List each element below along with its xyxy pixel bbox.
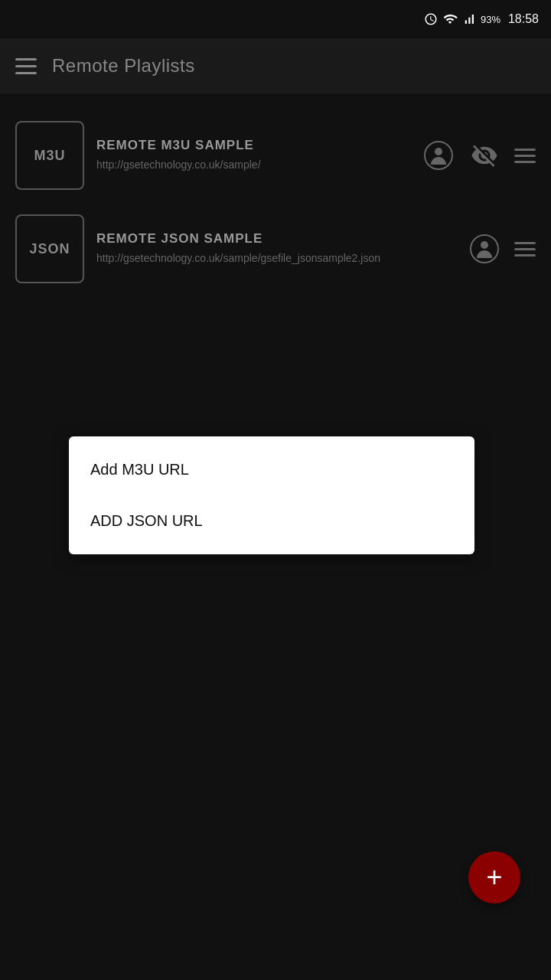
popup-overlay: Add M3U URL ADD JSON URL: [0, 0, 551, 980]
add-m3u-url-button[interactable]: Add M3U URL: [69, 444, 474, 495]
popup-menu: Add M3U URL ADD JSON URL: [69, 436, 474, 554]
add-json-url-button[interactable]: ADD JSON URL: [69, 495, 474, 547]
